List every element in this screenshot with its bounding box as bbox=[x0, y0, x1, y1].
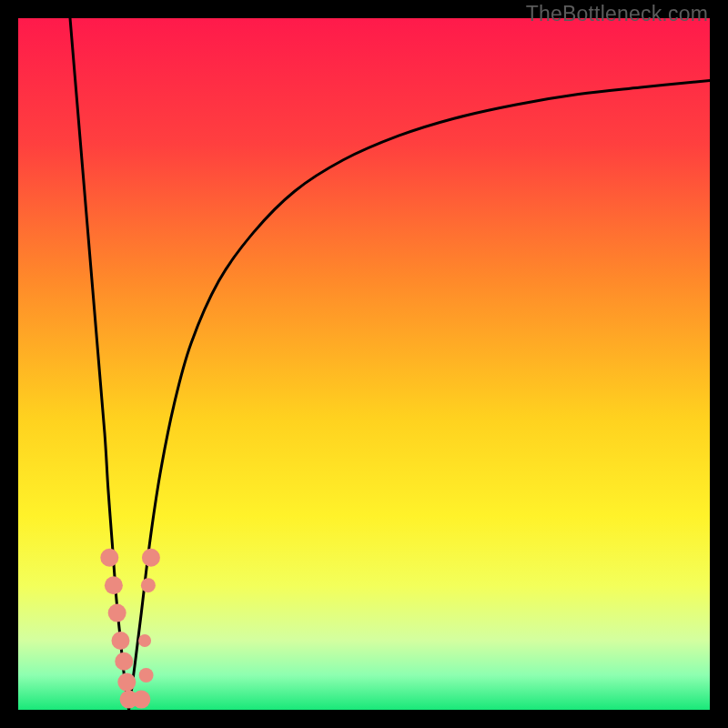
data-marker bbox=[105, 576, 123, 594]
data-marker bbox=[100, 549, 118, 567]
watermark-text: TheBottleneck.com bbox=[526, 2, 708, 26]
chart-frame: TheBottleneck.com bbox=[0, 0, 728, 728]
data-marker bbox=[117, 673, 136, 692]
chart-svg bbox=[18, 18, 710, 710]
data-marker bbox=[142, 549, 160, 567]
data-marker bbox=[108, 604, 126, 622]
data-marker bbox=[111, 632, 129, 650]
data-marker bbox=[132, 691, 150, 709]
data-marker bbox=[115, 652, 133, 671]
data-marker bbox=[139, 668, 154, 682]
data-marker bbox=[141, 578, 156, 592]
chart-plot-area bbox=[18, 18, 710, 710]
data-marker bbox=[138, 634, 151, 647]
